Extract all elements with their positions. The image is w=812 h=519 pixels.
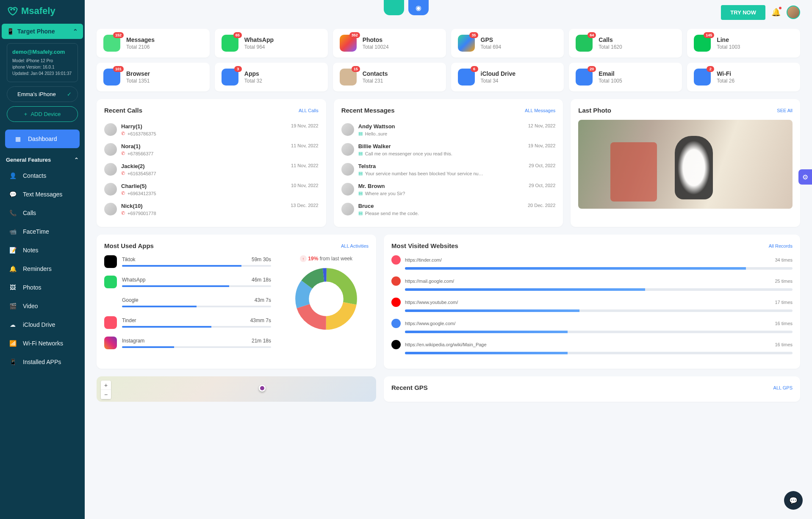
last-photo-card: Last Photo SEE All [571, 99, 800, 227]
caller-name: Nora(1) [121, 143, 287, 149]
stat-photos[interactable]: 352 Photos Total 10024 [333, 29, 446, 58]
zoom-out-button[interactable]: − [101, 390, 111, 399]
chat-float-button[interactable]: 💬 [784, 491, 803, 510]
stat-name: GPS [481, 36, 502, 43]
all-gps-link[interactable]: ALL GPS [773, 385, 793, 390]
stat-browser[interactable]: 101 Browser Total 1351 [97, 63, 210, 91]
gps-icon: 35 [458, 35, 475, 52]
call-date: 11 Nov, 2022 [291, 163, 319, 168]
user-avatar[interactable] [787, 6, 800, 19]
message-row[interactable]: Telstra ▤Your service number has been bl… [341, 160, 556, 179]
icloud drive-icon: 6 [458, 69, 475, 86]
nav-facetime[interactable]: 📹 FaceTime [0, 222, 85, 241]
nav-calls[interactable]: 📞 Calls [0, 204, 85, 222]
app-name: Tinder [122, 317, 136, 323]
missed-call-icon: ✆ [121, 210, 125, 216]
brand-icon [7, 5, 19, 17]
target-phone-toggle[interactable]: 📱 Target Phone ⌃ [2, 24, 83, 39]
message-row[interactable]: Bruce ▤Please send me the code. 20 Dec. … [341, 199, 556, 219]
stat-badge: 64 [588, 32, 596, 38]
platform-android[interactable]: ◉ [408, 0, 429, 15]
section-general-features[interactable]: General Features ⌃ [0, 151, 85, 166]
site-url: https://www.google.com/ [405, 321, 770, 326]
chevron-up-icon: ⌃ [74, 157, 79, 163]
stat-name: Line [717, 36, 740, 43]
settings-float-button[interactable]: ⚙ [798, 169, 812, 185]
see-all-photos-link[interactable]: SEE All [777, 108, 793, 113]
stat-wi-fi[interactable]: 2 Wi-Fi Total 26 [687, 63, 800, 91]
message-preview: Call me on messenger once you read this. [365, 151, 452, 156]
recent-messages-card: Recent Messages ALL Messages Andy Wattso… [334, 99, 563, 227]
gps-map[interactable]: + − [97, 376, 376, 402]
notifications-button[interactable]: 🔔 [771, 8, 781, 17]
stat-total: Total 964 [244, 44, 274, 50]
message-row[interactable]: Mr. Brown ▤Where are you Sir? 29 Oct, 20… [341, 179, 556, 199]
call-row[interactable]: Charlie(5) ✆+6963412375 10 Nov, 2022 [104, 179, 319, 199]
zoom-in-button[interactable]: + [101, 381, 111, 390]
website-row[interactable]: https://www.youtube.com/ 17 times [391, 298, 793, 312]
stat-email[interactable]: 20 Email Total 1005 [569, 63, 682, 91]
site-favicon [391, 319, 401, 328]
call-row[interactable]: Nora(1) ✆+678566377 11 Nov, 2022 [104, 140, 319, 160]
brand-logo[interactable]: Msafely [0, 5, 85, 22]
check-icon: ✓ [67, 91, 72, 97]
website-row[interactable]: https://mail.google.com/ 25 times [391, 276, 793, 291]
nav-video[interactable]: 🎬 Video [0, 297, 85, 315]
website-row[interactable]: https://www.google.com/ 16 times [391, 319, 793, 333]
nav-photos[interactable]: 🖼 Photos [0, 278, 85, 297]
call-row[interactable]: Harry(1) ✆+6163786375 19 Nov, 2022 [104, 120, 319, 140]
last-photo-title: Last Photo [578, 107, 611, 114]
stat-total: Total 1351 [126, 78, 150, 84]
message-row[interactable]: Billie Walker ▤Call me on messenger once… [341, 140, 556, 160]
whatsapp-icon [104, 276, 117, 288]
app-time: 59m 30s [252, 257, 271, 262]
last-photo-image[interactable] [578, 120, 793, 209]
gear-icon: ⚙ [802, 173, 808, 181]
stat-name: Email [599, 70, 622, 77]
stat-messages[interactable]: 152 Messages Total 2106 [97, 29, 210, 58]
call-date: 19 Nov, 2022 [291, 123, 319, 128]
nav-reminders[interactable]: 🔔 Reminders [0, 260, 85, 278]
call-row[interactable]: Jackie(2) ✆+6163545877 11 Nov, 2022 [104, 160, 319, 179]
stat-gps[interactable]: 35 GPS Total 694 [451, 29, 564, 58]
stat-apps[interactable]: 3 Apps Total 32 [215, 63, 328, 91]
all-calls-link[interactable]: ALL Calls [299, 108, 319, 113]
nav-notes[interactable]: 📝 Notes [0, 241, 85, 260]
try-now-button[interactable]: TRY NOW [721, 5, 765, 20]
all-records-link[interactable]: All Records [769, 243, 793, 248]
platform-apple[interactable] [384, 0, 404, 15]
message-icon: ▤ [358, 131, 363, 136]
site-favicon [391, 340, 401, 349]
nav-wi-fi-networks[interactable]: 📶 Wi-Fi Networks [0, 334, 85, 353]
all-activities-link[interactable]: ALL Activities [341, 243, 369, 248]
nav-dashboard-label: Dashboard [28, 135, 57, 142]
nav-contacts[interactable]: 👤 Contacts [0, 166, 85, 185]
facetime-icon: 📹 [8, 227, 17, 236]
nav-item-label: iCloud Drive [23, 321, 55, 328]
stat-whatsapp[interactable]: 65 WhatsApp Total 964 [215, 29, 328, 58]
sender-name: Billie Walker [358, 143, 524, 149]
contacts-icon: 15 [340, 69, 357, 86]
stat-calls[interactable]: 64 Calls Total 1620 [569, 29, 682, 58]
avatar [104, 143, 117, 156]
stat-contacts[interactable]: 15 Contacts Total 231 [333, 63, 446, 91]
nav-text-messages[interactable]: 💬 Text Messages [0, 185, 85, 204]
all-messages-link[interactable]: ALL Messages [525, 108, 555, 113]
account-email: demo@Msafely.com [12, 49, 72, 55]
site-favicon [391, 298, 401, 307]
caller-name: Harry(1) [121, 123, 287, 130]
stat-line[interactable]: 145 Line Total 1003 [687, 29, 800, 58]
stat-icloud-drive[interactable]: 6 iCloud Drive Total 34 [451, 63, 564, 91]
call-row[interactable]: Nick(10) ✆+6979001778 13 Dec. 2022 [104, 199, 319, 219]
website-row[interactable]: https://tinder.com/ 34 times [391, 255, 793, 270]
device-selector[interactable]: Emma's iPhone ✓ [7, 86, 78, 102]
trend-label: ↑ 19% from last week [284, 255, 369, 262]
nav-installed-apps[interactable]: 📱 Installed APPs [0, 353, 85, 371]
website-row[interactable]: https://en.wikipedia.org/wiki/Main_Page … [391, 340, 793, 354]
add-device-button[interactable]: + ADD Device [7, 106, 78, 122]
nav-dashboard[interactable]: ▦ Dashboard [5, 130, 80, 148]
message-row[interactable]: Andy Wattson ▤Hello..sure 12 Nov, 2022 [341, 120, 556, 140]
sender-name: Telstra [358, 163, 525, 169]
nav-icloud-drive[interactable]: ☁ iCloud Drive [0, 315, 85, 334]
stat-name: Photos [363, 36, 389, 43]
